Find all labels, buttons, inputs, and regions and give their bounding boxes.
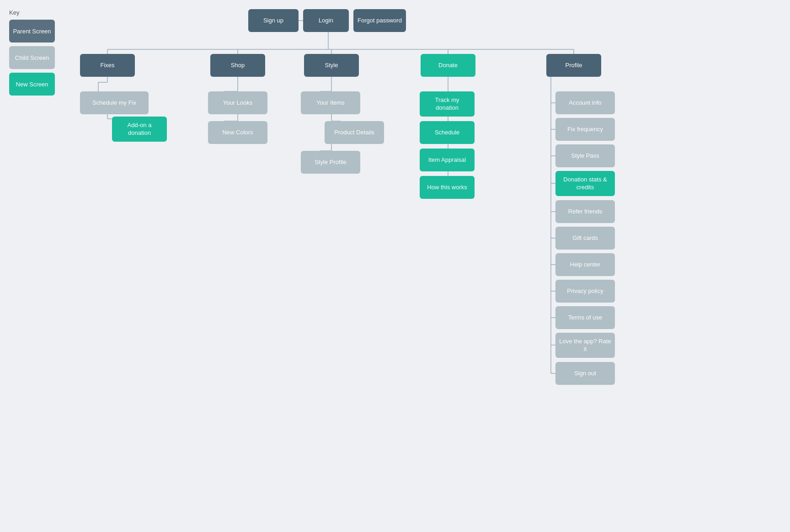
key-parent-screen: Parent Screen: [9, 20, 55, 43]
key-child-screen: Child Screen: [9, 46, 55, 69]
node-new-colors[interactable]: New Colors: [208, 121, 267, 144]
canvas: Key Parent Screen Child Screen New Scree…: [0, 0, 790, 532]
node-track-donation[interactable]: Track my donation: [420, 91, 475, 117]
node-product-details[interactable]: Product Details: [325, 121, 384, 144]
node-gift-cards[interactable]: Gift cards: [555, 227, 615, 250]
node-privacy-policy[interactable]: Privacy policy: [555, 280, 615, 303]
key-panel: Key Parent Screen Child Screen New Scree…: [9, 9, 55, 99]
node-schedule-fix[interactable]: Schedule my Fix: [80, 91, 149, 114]
node-donate[interactable]: Donate: [421, 54, 475, 77]
node-shop[interactable]: Shop: [210, 54, 265, 77]
node-style-profile[interactable]: Style Profile: [301, 151, 360, 174]
node-forgotpwd[interactable]: Forgot password: [353, 9, 406, 32]
diagram-lines: [0, 0, 790, 532]
node-your-looks[interactable]: Your Looks: [208, 91, 267, 114]
node-account-info[interactable]: Account info: [555, 91, 615, 114]
node-login[interactable]: Login: [303, 9, 349, 32]
node-style-pass[interactable]: Style Pass: [555, 144, 615, 167]
node-terms-of-use[interactable]: Terms of use: [555, 306, 615, 329]
node-style[interactable]: Style: [304, 54, 359, 77]
node-refer-friends[interactable]: Refer friends: [555, 200, 615, 223]
node-signup[interactable]: Sign up: [248, 9, 299, 32]
node-fix-frequency[interactable]: Fix frequency: [555, 118, 615, 141]
node-your-items[interactable]: Your Items: [301, 91, 360, 114]
node-how-this-works[interactable]: How this works: [420, 176, 475, 199]
node-help-center[interactable]: Help center: [555, 253, 615, 276]
node-profile[interactable]: Profile: [546, 54, 601, 77]
node-addon-donation[interactable]: Add-on a donation: [112, 117, 167, 142]
node-donation-stats[interactable]: Donation stats & credits: [555, 171, 615, 196]
node-item-appraisal[interactable]: Item Appraisal: [420, 149, 475, 171]
node-schedule[interactable]: Schedule: [420, 121, 475, 144]
node-love-app[interactable]: Love the app? Rate it: [555, 333, 615, 358]
key-new-screen: New Screen: [9, 73, 55, 96]
key-title: Key: [9, 9, 55, 16]
node-sign-out[interactable]: Sign out: [555, 362, 615, 385]
node-fixes[interactable]: Fixes: [80, 54, 135, 77]
